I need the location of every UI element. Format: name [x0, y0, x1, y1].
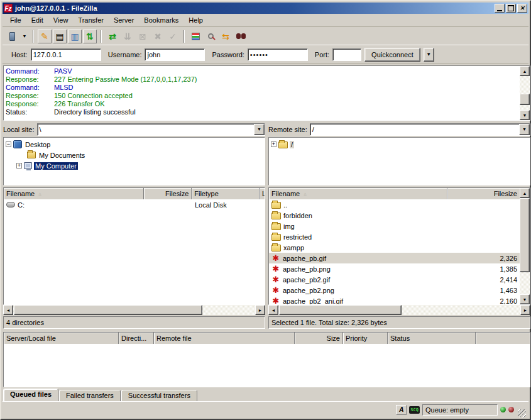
collapse-icon[interactable]	[6, 141, 11, 147]
tree-item-desktop[interactable]: Desktop	[6, 139, 265, 150]
column-filename[interactable]: Filename	[269, 188, 447, 199]
scrollbar-thumb[interactable]	[520, 198, 530, 272]
scroll-left-icon[interactable]	[3, 305, 13, 315]
tab-failed-transfers[interactable]: Failed transfers	[59, 390, 121, 402]
column-status[interactable]: Status	[388, 333, 476, 344]
toolbar-separator	[101, 30, 102, 43]
refresh-button[interactable]: ⇄	[106, 30, 119, 43]
app-icon: Fz	[4, 4, 13, 13]
remote-row[interactable]: xampp	[269, 242, 520, 253]
reconnect-button[interactable]: ✓	[166, 30, 180, 43]
resize-grip[interactable]	[518, 409, 526, 417]
site-manager-button[interactable]	[5, 30, 19, 43]
remote-row[interactable]: img	[269, 221, 520, 231]
chevron-down-icon[interactable]: ▼	[519, 124, 530, 135]
menu-transfer[interactable]: Transfer	[73, 14, 109, 26]
quickconnect-button[interactable]: Quickconnect	[364, 48, 420, 62]
site-manager-dropdown-button[interactable]: ▼	[20, 30, 29, 43]
toggle-local-tree-button[interactable]: ▤	[53, 30, 67, 43]
tab-successful-transfers[interactable]: Successful transfers	[121, 390, 197, 402]
username-input[interactable]	[145, 48, 205, 61]
column-filename[interactable]: Filename	[4, 188, 144, 199]
close-button[interactable]	[517, 4, 527, 13]
log-vertical-scrollbar[interactable]	[520, 66, 530, 120]
folder-icon	[271, 213, 281, 219]
quickconnect-dropdown-button[interactable]: ▼	[424, 48, 434, 62]
menu-bookmarks[interactable]: Bookmarks	[139, 14, 183, 26]
expand-icon[interactable]	[271, 141, 276, 147]
tree-item-root[interactable]: /	[271, 139, 530, 150]
port-input[interactable]	[332, 48, 361, 61]
remote-horizontal-scrollbar[interactable]	[268, 305, 530, 315]
desktop-icon	[13, 140, 22, 148]
menu-help[interactable]: Help	[183, 14, 208, 26]
scrollbar-thumb[interactable]	[279, 305, 402, 315]
expand-icon[interactable]	[16, 163, 22, 169]
quickconnect-bar: Host: Username: Password: Port: Quickcon…	[3, 45, 528, 64]
column-size[interactable]: Size	[295, 333, 343, 344]
remote-row[interactable]: apache_pb.png 1,385	[269, 263, 520, 274]
column-direction[interactable]: Directi...	[119, 333, 154, 344]
column-last-modified[interactable]: L	[260, 188, 265, 199]
scrollbar-thumb[interactable]	[14, 305, 202, 315]
remote-site-combo[interactable]: / ▼	[310, 123, 530, 136]
scroll-down-icon[interactable]	[520, 294, 530, 304]
maximize-button[interactable]	[506, 4, 516, 13]
column-remote-file[interactable]: Remote file	[154, 333, 295, 344]
scroll-up-icon[interactable]	[520, 66, 530, 76]
menu-edit[interactable]: Edit	[26, 14, 48, 26]
message-log: Command:PASV Response:227 Entering Passi…	[3, 65, 530, 121]
scroll-up-icon[interactable]	[520, 188, 530, 198]
remote-row[interactable]: apache_pb2_ani.gif 2,160	[269, 296, 520, 304]
column-filesize[interactable]: Filesize	[144, 188, 192, 199]
local-site-combo[interactable]: \ ▼	[37, 123, 265, 136]
minimize-button[interactable]	[495, 4, 505, 13]
column-server-local-file[interactable]: Server/Local file	[4, 333, 119, 344]
column-filler	[476, 333, 530, 344]
process-queue-button[interactable]: ⇊	[121, 30, 134, 43]
scroll-down-icon[interactable]	[520, 110, 530, 120]
local-row-c-drive[interactable]: C: Local Disk	[4, 199, 265, 210]
scroll-right-icon[interactable]	[520, 305, 530, 315]
remote-row-selected[interactable]: apache_pb.gif 2,326	[269, 253, 520, 263]
scrollbar-thumb[interactable]	[520, 94, 530, 105]
queue-body[interactable]	[4, 344, 530, 387]
toolbar: ▼ ✎ ▤ ▥ ⇅ ⇄ ⇊ ⊠ ✖ ✓ ⇆	[3, 28, 528, 45]
remote-row[interactable]: restricted	[269, 231, 520, 242]
search-button[interactable]	[204, 30, 217, 43]
column-filesize[interactable]: Filesize	[447, 188, 520, 199]
tree-item-my-documents[interactable]: My Documents	[6, 150, 265, 160]
remote-row[interactable]: ..	[269, 199, 520, 210]
compare-button[interactable]	[234, 30, 248, 43]
toggle-message-log-button[interactable]: ✎	[38, 30, 52, 43]
toggle-transfer-queue-button[interactable]: ⇅	[83, 30, 97, 43]
chevron-down-icon[interactable]: ▼	[254, 124, 265, 135]
cancel-operation-button[interactable]: ⊠	[136, 30, 150, 43]
datatype-indicator-icon[interactable]: A	[396, 405, 407, 415]
tab-queued-files[interactable]: Queued files	[3, 389, 58, 402]
menu-file[interactable]: File	[5, 14, 26, 26]
toggle-remote-tree-button[interactable]: ▥	[68, 30, 82, 43]
scroll-left-icon[interactable]	[268, 305, 278, 315]
remote-row[interactable]: apache_pb2.gif 2,414	[269, 274, 520, 285]
sync-browsing-button[interactable]: ⇆	[219, 30, 233, 43]
remote-row[interactable]: apache_pb2.png 1,463	[269, 285, 520, 296]
password-input[interactable]	[248, 48, 308, 61]
scroll-right-icon[interactable]	[255, 305, 265, 315]
log-line: Command:PASV	[6, 67, 520, 75]
log-line: Status:Directory listing successful	[6, 108, 520, 116]
column-priority[interactable]: Priority	[343, 333, 388, 344]
column-filetype[interactable]: Filetype	[192, 188, 260, 199]
remote-row[interactable]: forbidden	[269, 210, 520, 221]
host-input[interactable]	[31, 48, 101, 61]
queue-tabs: Queued files Failed transfers Successful…	[3, 388, 197, 402]
local-horizontal-scrollbar[interactable]	[3, 305, 265, 315]
disconnect-button[interactable]: ✖	[151, 30, 165, 43]
menu-view[interactable]: View	[48, 14, 74, 26]
remote-vertical-scrollbar[interactable]	[520, 188, 530, 304]
tree-item-my-computer[interactable]: My Computer	[6, 160, 265, 171]
encryption-indicator-icon[interactable]: SCQ	[409, 406, 420, 414]
menu-server[interactable]: Server	[109, 14, 139, 26]
window-title: john@127.0.0.1 - FileZilla	[15, 4, 495, 12]
filter-button[interactable]	[189, 30, 202, 43]
